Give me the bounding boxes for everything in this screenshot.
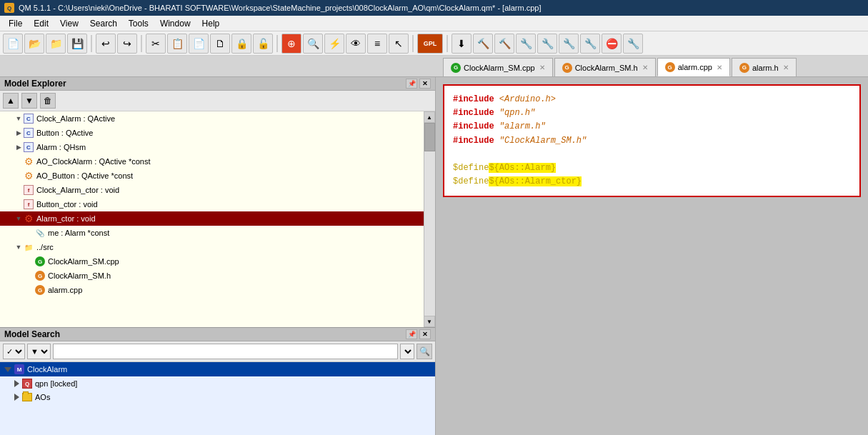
- me-close-btn[interactable]: ✕: [419, 79, 431, 89]
- toolbar-hammer2[interactable]: 🔨: [494, 34, 514, 54]
- toolbar-gen[interactable]: ⬇: [452, 34, 472, 54]
- toolbar-undo[interactable]: ↩: [96, 34, 116, 54]
- search-label-1: qpn [locked]: [35, 379, 77, 388]
- tab-close-0[interactable]: ✕: [539, 64, 545, 71]
- me-delete-btn[interactable]: 🗑: [40, 93, 56, 109]
- toolbar-target[interactable]: ⊕: [281, 34, 301, 54]
- ms-close-btn[interactable]: ✕: [419, 329, 431, 339]
- toolbar-wrench[interactable]: 🔧: [623, 34, 643, 54]
- kw-include-0: #include: [453, 94, 494, 104]
- toolbar-eye[interactable]: 👁: [346, 34, 366, 54]
- tree-item-alarm[interactable]: ▶ C Alarm : QHsm: [0, 140, 424, 154]
- tree-item-button-ctor[interactable]: f Button_ctor : void: [0, 197, 424, 211]
- sep2: [141, 35, 142, 52]
- toolbar-stop[interactable]: ⛔: [602, 34, 622, 54]
- menu-file[interactable]: File: [3, 16, 28, 31]
- kw-file-3: "ClockAlarm_SM.h": [499, 136, 587, 146]
- toolbar-cut[interactable]: ✂: [146, 34, 166, 54]
- toolbar-open2[interactable]: 📁: [46, 34, 66, 54]
- tab-close-2[interactable]: ✕: [717, 64, 722, 71]
- toolbar-open[interactable]: 📂: [24, 34, 44, 54]
- toolbar-hammer6[interactable]: 🔧: [580, 34, 600, 54]
- tree-item-file-h[interactable]: G ClockAlarm_SM.h: [0, 269, 424, 283]
- me-down-btn[interactable]: ▼: [21, 93, 37, 109]
- toolbar-save[interactable]: 💾: [67, 34, 87, 54]
- title-bar: Q QM 5.1.1 - C:\Users\nieki\OneDrive - B…: [0, 0, 868, 16]
- toolbar-cursor[interactable]: ↖: [389, 34, 409, 54]
- toolbar-code[interactable]: ≡: [367, 34, 387, 54]
- tab-icon-1: G: [562, 63, 572, 73]
- toolbar-gpl[interactable]: GPL: [417, 34, 443, 54]
- tree-scrollbar[interactable]: ▲ ▼: [424, 111, 435, 327]
- tab-alarm-cpp[interactable]: G alarm.cpp ✕: [657, 58, 730, 76]
- tree-label-11: ClockAlarm_SM.h: [48, 271, 111, 280]
- search-type-select[interactable]: ✓: [3, 344, 25, 359]
- search-input[interactable]: [53, 344, 398, 359]
- tree-item-button[interactable]: ▶ C Button : QActive: [0, 126, 424, 140]
- search-item-qpn[interactable]: Q qpn [locked]: [0, 376, 435, 391]
- toolbar-search[interactable]: 🔍: [303, 34, 323, 54]
- menu-search[interactable]: Search: [84, 16, 123, 31]
- toolbar-redo[interactable]: ↪: [117, 34, 137, 54]
- toolbar-new[interactable]: 📄: [3, 34, 23, 54]
- expand-icon-8: [26, 229, 34, 237]
- ms-pin-btn[interactable]: 📌: [406, 329, 417, 339]
- search-scope-select[interactable]: ▼: [27, 344, 51, 359]
- menu-edit[interactable]: Edit: [28, 16, 54, 31]
- search-item-aos[interactable]: AOs: [0, 391, 435, 404]
- item-icon-2: C: [23, 141, 34, 153]
- code-editor: #include <Arduino.h> #include "qpn.h" #i…: [443, 84, 861, 197]
- toolbar-adjust[interactable]: ⚡: [324, 34, 344, 54]
- menu-tools[interactable]: Tools: [123, 16, 154, 31]
- tree-item-me-alarm[interactable]: 📎 me : Alarm *const: [0, 226, 424, 240]
- toolbar-paste[interactable]: 📄: [189, 34, 209, 54]
- tab-icon-0: G: [451, 63, 461, 73]
- search-options-select[interactable]: ▼: [400, 344, 414, 359]
- kw-define-4: $define: [453, 163, 489, 173]
- item-icon-6: f: [23, 199, 34, 210]
- scroll-up[interactable]: ▲: [424, 111, 435, 123]
- tree-label-6: Button_ctor : void: [36, 200, 98, 209]
- menu-help[interactable]: Help: [196, 16, 226, 31]
- tab-clockalarm-sm-cpp[interactable]: G ClockAlarm_SM.cpp ✕: [443, 58, 553, 76]
- tree-item-file-cpp[interactable]: G ClockAlarm_SM.cpp: [0, 254, 424, 269]
- toolbar-hammer3[interactable]: 🔧: [516, 34, 536, 54]
- toolbar-hammer5[interactable]: 🔧: [559, 34, 579, 54]
- expand-icon-5: [14, 186, 23, 194]
- tree-label-9: ../src: [36, 243, 54, 251]
- item-icon-0: C: [23, 113, 34, 124]
- search-label-2: AOs: [35, 393, 50, 401]
- search-item-clockalarm[interactable]: M ClockAlarm: [0, 362, 435, 376]
- tab-close-3[interactable]: ✕: [783, 64, 789, 71]
- toolbar-lock2[interactable]: 🔓: [253, 34, 273, 54]
- model-explorer-title: Model Explorer: [4, 79, 66, 89]
- tree-label-5: Clock_Alarm_ctor : void: [36, 186, 119, 194]
- tree-item-clock-ctor[interactable]: f Clock_Alarm_ctor : void: [0, 183, 424, 197]
- search-go-btn[interactable]: 🔍: [416, 344, 432, 359]
- tree-item-ao-button[interactable]: ⚙ AO_Button : QActive *const: [0, 169, 424, 183]
- tab-label-1: ClockAlarm_SM.h: [575, 64, 638, 72]
- toolbar-hammer1[interactable]: 🔨: [473, 34, 493, 54]
- tab-alarm-h[interactable]: G alarm.h ✕: [732, 58, 797, 76]
- tree-item-ao-clockalarm[interactable]: ⚙ AO_ClockAlarm : QActive *const: [0, 154, 424, 169]
- menu-window[interactable]: Window: [154, 16, 196, 31]
- tree-item-alarm-ctor[interactable]: ▼ ⚙ Alarm_ctor : void: [0, 211, 424, 226]
- tree-item-file-alarm-cpp[interactable]: G alarm.cpp: [0, 283, 424, 297]
- tree-item-clock-alarm[interactable]: ▼ C Clock_Alarm : QActive: [0, 111, 424, 126]
- tab-clockalarm-sm-h[interactable]: G ClockAlarm_SM.h ✕: [554, 58, 656, 76]
- menu-view[interactable]: View: [54, 16, 84, 31]
- search-bar: ✓ ▼ ▼ 🔍: [0, 341, 435, 362]
- toolbar-copy[interactable]: 📋: [167, 34, 187, 54]
- me-pin-btn[interactable]: 📌: [406, 79, 417, 89]
- scroll-thumb[interactable]: [424, 123, 435, 151]
- item-icon-12: G: [34, 284, 46, 296]
- toolbar-paste2[interactable]: 🗋: [210, 34, 230, 54]
- toolbar-lock[interactable]: 🔒: [231, 34, 251, 54]
- tab-close-1[interactable]: ✕: [642, 64, 648, 71]
- tree-item-src[interactable]: ▼ 📁 ../src: [0, 240, 424, 254]
- scroll-down[interactable]: ▼: [424, 316, 435, 327]
- expand-icon-11: [26, 271, 34, 280]
- kw-include-2: #include: [453, 121, 494, 131]
- toolbar-hammer4[interactable]: 🔧: [537, 34, 557, 54]
- me-up-btn[interactable]: ▲: [3, 93, 19, 109]
